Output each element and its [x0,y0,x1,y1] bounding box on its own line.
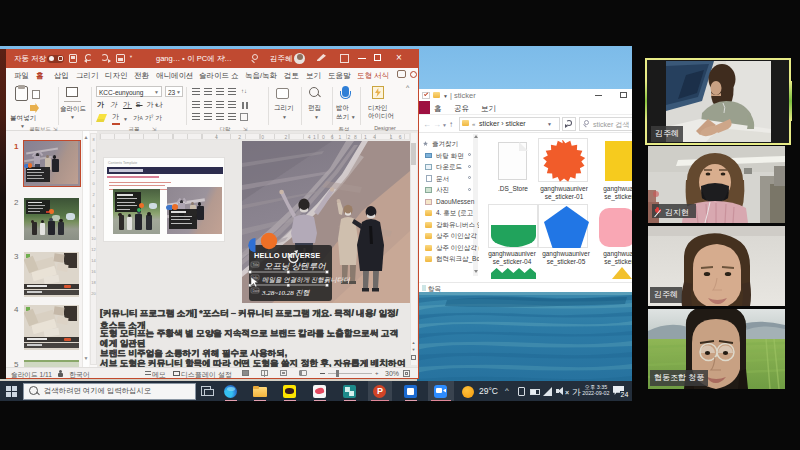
svg-text:메일을 연결하게 진행픩니다더: 메일을 연결하게 진행픩니다더 [262,276,350,283]
svg-text:Date: Date [253,289,260,293]
svg-text:오프닝 상텐루어: 오프닝 상텐루어 [264,261,326,271]
svg-text:3.28~10.28 진행: 3.28~10.28 진행 [261,289,311,297]
svg-text:Title: Title [253,263,259,267]
svg-text:HELLO UNIVERSE: HELLO UNIVERSE [254,251,320,260]
